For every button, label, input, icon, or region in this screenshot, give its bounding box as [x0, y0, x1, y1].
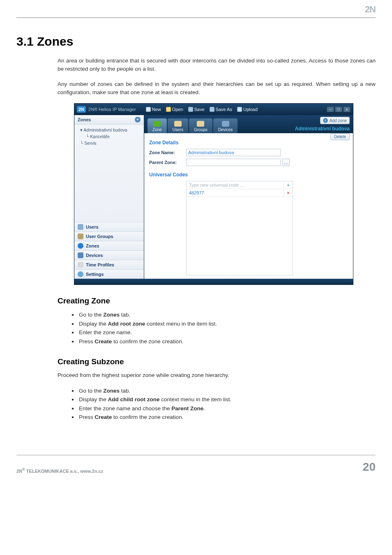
footer-left: 2N® TELEKOMUNIKACE a.s., www.2n.cz: [16, 467, 103, 474]
parent-zone-picker-button[interactable]: ...: [282, 159, 290, 166]
list-item: Enter the zone name.: [78, 328, 376, 337]
subheading-creating-subzone: Creating Subzone: [58, 357, 376, 366]
users-icon: [78, 224, 83, 230]
tree-node-child[interactable]: └ Kanceláře: [86, 134, 141, 140]
delete-zone-button[interactable]: Delete: [330, 133, 350, 140]
list-item: Display the Add root zone context menu i…: [78, 319, 376, 328]
main-area: Zone Users Groups Devices + Add zone Adm…: [144, 115, 353, 279]
input-parent-zone[interactable]: [186, 159, 281, 166]
brand-logo: 2N: [365, 4, 376, 15]
folder-icon: [166, 107, 171, 112]
toolbar-new-button[interactable]: New: [144, 106, 163, 113]
creating-zone-steps: Go to the Zones tab. Display the Add roo…: [16, 310, 376, 346]
zone-tab-icon: [153, 121, 161, 127]
creating-subzone-lead: Proceed from the highest superior zone w…: [16, 371, 376, 379]
current-zone-title: Administrativní budova: [295, 126, 350, 132]
content-tabs: Zone Users Groups Devices + Add zone Adm…: [144, 115, 353, 133]
list-item: Go to the Zones tab.: [78, 310, 376, 319]
window-close-button[interactable]: x: [343, 106, 350, 112]
page-number: 20: [363, 460, 376, 474]
groups-tab-icon: [197, 121, 204, 127]
app-title: 2N® Helios IP Manager: [88, 107, 136, 112]
file-icon: [146, 107, 151, 112]
sidebar-item-zones[interactable]: Zones: [74, 241, 144, 250]
window-minimize-button[interactable]: –: [327, 106, 334, 112]
app-logo: 2N: [77, 106, 86, 113]
toolbar-open-button[interactable]: Open: [164, 106, 185, 113]
window-titlebar: 2N 2N® Helios IP Manager New Open Save S…: [74, 104, 353, 115]
list-item: Press Create to confirm the zone creatio…: [78, 413, 376, 422]
tree-node-child[interactable]: └ Servis: [80, 140, 141, 147]
subheading-creating-zone: Creating Zone: [58, 296, 376, 305]
sidebar-item-settings[interactable]: Settings: [74, 269, 144, 279]
window-maximize-button[interactable]: □: [335, 106, 342, 112]
disk-as-icon: [210, 107, 214, 112]
sidebar-section-zones-header: Zones +: [74, 115, 144, 125]
universal-codes-table: Type new universal code ... + 482977 ×: [186, 181, 293, 275]
time-icon: [78, 262, 83, 268]
tab-zone[interactable]: Zone: [148, 118, 167, 133]
toolbar-saveas-button[interactable]: Save As: [208, 106, 234, 113]
creating-subzone-steps: Go to the Zones tab. Display the Add chi…: [16, 386, 376, 422]
zones-icon: [78, 243, 83, 249]
devices-icon: [78, 252, 83, 258]
panel-title-universal-codes: Universal Codes: [149, 172, 348, 178]
list-item: Display the Add child root zone context …: [78, 395, 376, 404]
tab-devices[interactable]: Devices: [213, 118, 238, 133]
label-parent-zone: Parent Zone:: [149, 160, 186, 165]
sidebar: Zones + ▾ Administrativní budova └ Kance…: [74, 115, 144, 279]
list-item: Press Create to confirm the zone creatio…: [78, 337, 376, 346]
app-screenshot: 2N 2N® Helios IP Manager New Open Save S…: [74, 103, 353, 285]
sidebar-item-time-profiles[interactable]: Time Profiles: [74, 260, 144, 269]
sidebar-item-user-groups[interactable]: User Groups: [74, 231, 144, 241]
intro-paragraph-1: An area or building entrance that is sec…: [16, 57, 376, 74]
page-title: 3.1 Zones: [16, 35, 376, 49]
panel-title-zone-details: Zone Details: [149, 140, 348, 146]
zone-tree: ▾ Administrativní budova └ Kanceláře └ S…: [74, 125, 144, 149]
list-item: Go to the Zones tab.: [78, 386, 376, 395]
status-bar: [74, 279, 353, 284]
toolbar-save-button[interactable]: Save: [187, 106, 206, 113]
app-toolbar: New Open Save Save As Upload: [144, 106, 259, 113]
remove-code-button[interactable]: ×: [284, 189, 293, 197]
devices-tab-icon: [222, 121, 229, 127]
code-value[interactable]: 482977: [187, 189, 284, 197]
disk-icon: [188, 107, 193, 112]
sidebar-nav: Users User Groups Zones Devices Time Pro…: [74, 222, 144, 279]
settings-icon: [78, 271, 83, 277]
toolbar-upload-button[interactable]: Upload: [235, 106, 259, 113]
user-groups-icon: [78, 234, 83, 239]
list-item: Enter the zone name and choose the Paren…: [78, 404, 376, 413]
tab-users[interactable]: Users: [168, 118, 188, 133]
add-zone-icon[interactable]: +: [135, 117, 141, 123]
label-zone-name: Zone Name:: [149, 150, 186, 155]
upload-icon: [237, 107, 242, 112]
add-code-button[interactable]: +: [284, 181, 293, 189]
users-tab-icon: [174, 121, 182, 127]
sidebar-item-users[interactable]: Users: [74, 222, 144, 231]
sidebar-item-devices[interactable]: Devices: [74, 250, 144, 260]
plus-icon: +: [323, 118, 328, 123]
intro-paragraph-2: Any number of zones can be defined in th…: [16, 80, 376, 97]
input-zone-name[interactable]: [186, 149, 281, 156]
add-zone-button[interactable]: + Add zone: [320, 117, 350, 124]
tree-node-root[interactable]: ▾ Administrativní budova: [80, 127, 141, 134]
code-input-placeholder[interactable]: Type new universal code ...: [187, 181, 284, 189]
tab-groups[interactable]: Groups: [189, 118, 212, 133]
sidebar-section-title: Zones: [78, 117, 91, 122]
